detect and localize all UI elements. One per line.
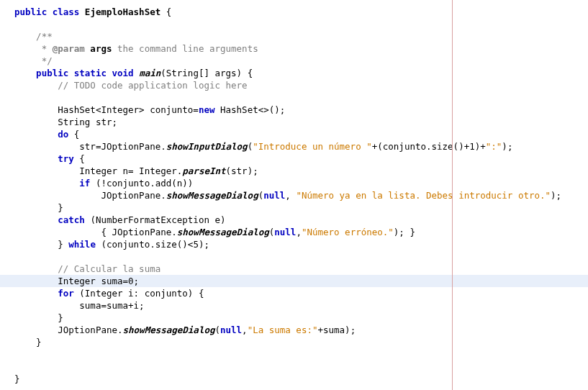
open: { JOptionPane.: [58, 227, 177, 237]
brace: {: [74, 153, 85, 164]
lhs: JOptionPane.: [58, 325, 122, 335]
code-line: public static void main(String[] args) {: [0, 67, 588, 79]
condition: (!conjunto.add(n)): [90, 178, 193, 189]
keyword-public: public: [36, 68, 68, 78]
code-editor[interactable]: public class EjemploHashSet { /** * @par…: [0, 0, 588, 385]
code-line-highlighted: Integer suma=0;: [0, 275, 588, 287]
javadoc-tag: @param: [53, 43, 85, 54]
end: +suma);: [317, 325, 356, 335]
keyword-null: null: [220, 325, 242, 335]
code-line: suma=suma+i;: [0, 299, 588, 312]
string-decl: String str;: [58, 117, 117, 127]
keyword-void: void: [112, 68, 133, 78]
code-line: } while (conjunto.size()<5);: [0, 238, 588, 250]
ctor: HashSet<>();: [214, 104, 285, 115]
code-line: { JOptionPane.showMessageDialog(null,"Nú…: [0, 226, 588, 238]
method-call: showInputDialog: [166, 141, 248, 152]
lhs: str=JOptionPane.: [58, 141, 166, 152]
comment: // Calcular la suma: [58, 263, 160, 274]
end: (str);: [226, 165, 258, 176]
keyword-null: null: [274, 227, 296, 237]
keyword-new: new: [199, 104, 215, 115]
for-params: (Integer i: conjunto) {: [74, 288, 204, 299]
end: );: [551, 190, 561, 201]
lhs: Integer n= Integer.: [58, 165, 182, 176]
code-line: // Calcular la suma: [0, 263, 588, 275]
for-body: suma=suma+i;: [58, 300, 144, 311]
method-call: showMessageDialog: [123, 325, 215, 335]
blank-line: [0, 18, 588, 30]
keyword-static: static: [74, 68, 107, 78]
blank-line: [0, 360, 588, 373]
comment: // TODO code application logic here: [58, 80, 247, 91]
string-literal: "Introduce un número ": [253, 141, 372, 152]
blank-line: [0, 250, 588, 263]
class-name: EjemploHashSet: [85, 6, 160, 17]
keyword-class: class: [53, 6, 80, 17]
close-brace: }: [58, 312, 63, 323]
blank-line: [0, 91, 588, 104]
keyword-null: null: [263, 190, 285, 201]
code-line: */: [0, 55, 588, 67]
code-line: public class EjemploHashSet {: [0, 6, 588, 18]
string-literal: "La suma es:": [248, 325, 318, 335]
condition: (conjunto.size()<5);: [96, 239, 209, 250]
code-line: str=JOptionPane.showInputDialog("Introdu…: [0, 140, 588, 153]
code-line: HashSet<Integer> conjunto=new HashSet<>(…: [0, 104, 588, 116]
end: );: [502, 141, 512, 152]
code-line: }: [0, 312, 588, 324]
code-line: // TODO code application logic here: [0, 79, 588, 91]
string-literal: "Número ya en la lista. Debes introducir…: [296, 190, 551, 201]
method-call: showMessageDialog: [166, 190, 258, 201]
paren: (: [214, 325, 220, 335]
code-line: do {: [0, 128, 588, 140]
column-ruler: [452, 0, 453, 390]
code-line: for (Integer i: conjunto) {: [0, 287, 588, 299]
keyword-for: for: [58, 288, 74, 299]
code-line: }: [0, 336, 588, 348]
javadoc-desc: the command line arguments: [112, 43, 258, 54]
brace: {: [68, 129, 79, 140]
keyword-try: try: [58, 153, 74, 164]
suma-decl: Integer suma=0;: [58, 276, 139, 286]
string-literal: ":": [486, 141, 502, 152]
method-name: main: [139, 68, 160, 78]
brace: {: [160, 6, 171, 17]
type: HashSet<Integer>: [58, 104, 144, 115]
end: ); }: [394, 227, 415, 237]
code-line: Integer n= Integer.parseInt(str);: [0, 165, 588, 177]
comma: ,: [296, 227, 302, 237]
code-line: if (!conjunto.add(n)): [0, 177, 588, 189]
javadoc-open: /**: [36, 31, 53, 42]
close-brace: }: [36, 337, 42, 348]
code-line: catch (NumberFormatException e): [0, 214, 588, 226]
code-line: * @param args the command line arguments: [0, 42, 588, 55]
lhs: JOptionPane.: [58, 190, 166, 201]
code-line: JOptionPane.showMessageDialog(null,"La s…: [0, 324, 588, 336]
code-line: /**: [0, 30, 588, 42]
comma: ,: [285, 190, 296, 201]
var: conjunto=: [145, 104, 199, 115]
method-call: showMessageDialog: [177, 227, 269, 237]
keyword-while: while: [68, 239, 96, 250]
code-line: String str;: [0, 116, 588, 128]
method-call: parseInt: [182, 165, 225, 176]
close-brace: }: [58, 202, 63, 213]
keyword-catch: catch: [58, 214, 85, 225]
code-line: }: [0, 201, 588, 214]
code-line: }: [0, 373, 588, 385]
keyword-public: public: [14, 6, 47, 17]
blank-line: [0, 348, 588, 360]
javadoc-param: args: [85, 43, 112, 54]
method-params: (String[] args) {: [160, 68, 253, 78]
javadoc-line: *: [36, 43, 53, 54]
concat: +(conjunto.size()+1)+: [372, 141, 486, 152]
comma: ,: [242, 325, 248, 335]
code-line: JOptionPane.showMessageDialog(null, "Núm…: [0, 189, 588, 201]
close: }: [58, 239, 68, 250]
code-line: try {: [0, 153, 588, 165]
string-literal: "Número erróneo.": [302, 227, 394, 237]
keyword-do: do: [58, 129, 68, 140]
javadoc-close: */: [36, 55, 53, 66]
catch-params: (NumberFormatException e): [85, 214, 226, 225]
